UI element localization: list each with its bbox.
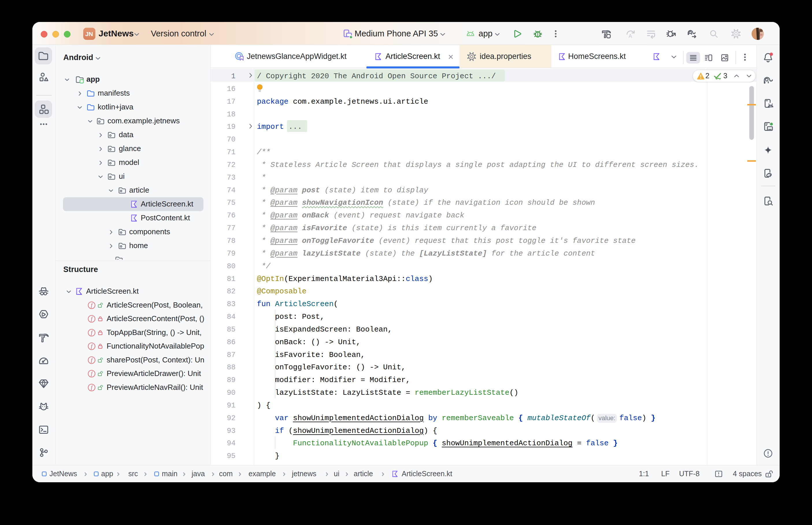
- svg-text:f: f: [91, 371, 93, 377]
- svg-text:f: f: [91, 384, 93, 390]
- svg-text:f: f: [91, 302, 93, 308]
- svg-text:A: A: [629, 33, 632, 39]
- svg-text:f: f: [91, 343, 93, 349]
- svg-text:f: f: [91, 316, 93, 322]
- svg-text:f: f: [91, 357, 93, 363]
- svg-text:f: f: [91, 330, 93, 335]
